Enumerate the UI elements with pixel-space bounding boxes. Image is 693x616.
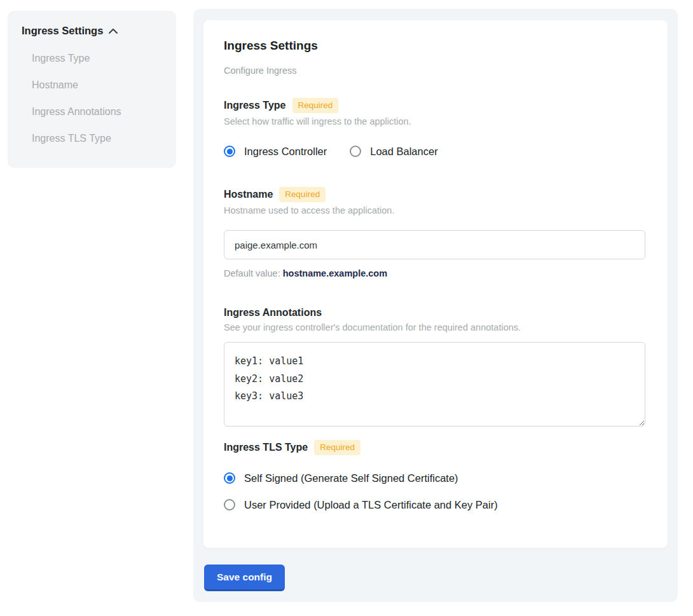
sidebar-item-hostname[interactable]: Hostname	[32, 79, 162, 92]
radio-selected-icon[interactable]	[224, 146, 235, 157]
hostname-label: Hostname	[224, 188, 273, 201]
ingress-annotations-description: See your ingress controller's documentat…	[224, 322, 647, 333]
ingress-annotations-textarea[interactable]: key1: value1 key2: value2 key3: value3	[224, 342, 645, 427]
radio-option-self-signed[interactable]: Self Signed (Generate Self Signed Certif…	[224, 472, 647, 484]
hostname-input[interactable]	[224, 230, 645, 259]
radio-selected-icon[interactable]	[224, 472, 235, 484]
sidebar-section-ingress-settings[interactable]: Ingress Settings	[22, 25, 162, 37]
hostname-default-value: Default value: hostname.example.com	[224, 268, 647, 279]
page-title: Ingress Settings	[224, 38, 647, 53]
radio-option-user-provided[interactable]: User Provided (Upload a TLS Certificate …	[224, 498, 647, 511]
required-badge: Required	[292, 98, 339, 113]
radio-unselected-icon[interactable]	[224, 499, 235, 510]
page-subtitle: Configure Ingress	[224, 65, 647, 76]
sidebar-section-title: Ingress Settings	[22, 25, 103, 37]
ingress-type-label: Ingress Type	[224, 99, 286, 112]
settings-sidebar: Ingress Settings Ingress Type Hostname I…	[8, 11, 176, 168]
ingress-annotations-label: Ingress Annotations	[224, 306, 322, 319]
section-hostname: Hostname Required Hostname used to acces…	[224, 187, 647, 279]
hostname-description: Hostname used to access the application.	[224, 205, 647, 216]
ingress-type-description: Select how traffic will ingress to the a…	[224, 116, 647, 127]
sidebar-item-list: Ingress Type Hostname Ingress Annotation…	[22, 52, 162, 145]
chevron-up-icon	[108, 28, 118, 34]
sidebar-item-ingress-type[interactable]: Ingress Type	[32, 52, 162, 65]
ingress-settings-panel: Ingress Settings Configure Ingress Ingre…	[193, 9, 678, 602]
sidebar-item-ingress-tls-type[interactable]: Ingress TLS Type	[32, 132, 162, 145]
ingress-settings-card: Ingress Settings Configure Ingress Ingre…	[203, 20, 668, 548]
required-badge: Required	[279, 187, 326, 202]
radio-option-ingress-controller[interactable]: Ingress Controller	[224, 145, 327, 158]
section-ingress-type: Ingress Type Required Select how traffic…	[224, 98, 647, 158]
ingress-tls-type-label: Ingress TLS Type	[224, 441, 308, 454]
section-ingress-annotations: Ingress Annotations See your ingress con…	[224, 306, 647, 427]
radio-unselected-icon[interactable]	[350, 146, 361, 157]
hostname-default-value-text: hostname.example.com	[283, 268, 387, 278]
section-ingress-tls-type: Ingress TLS Type Required Self Signed (G…	[224, 440, 647, 511]
required-badge: Required	[314, 440, 360, 455]
save-config-button[interactable]: Save config	[204, 565, 285, 591]
ingress-tls-type-radio-group: Self Signed (Generate Self Signed Certif…	[224, 472, 647, 511]
sidebar-item-ingress-annotations[interactable]: Ingress Annotations	[32, 106, 162, 118]
ingress-type-radio-group: Ingress Controller Load Balancer	[224, 145, 647, 158]
radio-option-load-balancer[interactable]: Load Balancer	[350, 145, 437, 158]
